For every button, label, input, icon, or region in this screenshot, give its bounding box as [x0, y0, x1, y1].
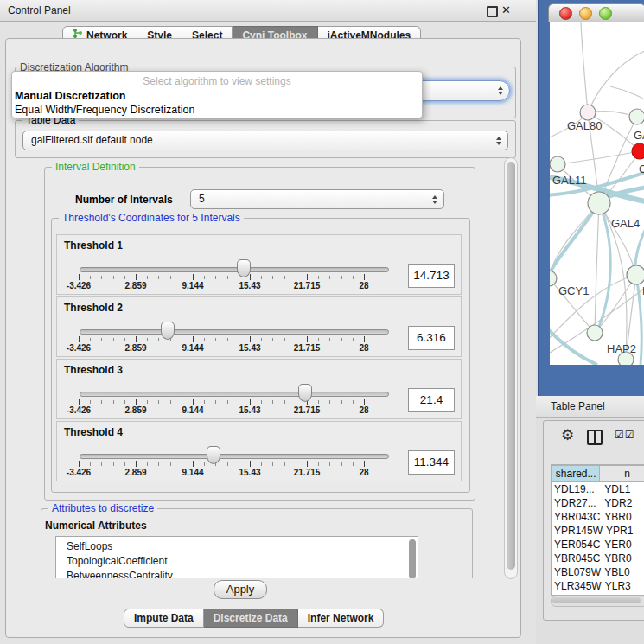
table-horizontal-scrollbar[interactable]: [551, 596, 644, 607]
slider-tick: [296, 338, 296, 341]
float-window-icon[interactable]: [487, 6, 498, 17]
slider-scale-label: 15.43: [231, 343, 269, 353]
threshold-label: Threshold 2: [64, 302, 123, 314]
tab-label: Infer Network: [308, 609, 374, 627]
bottom-tab-infer-network[interactable]: Infer Network: [298, 609, 385, 628]
gear-icon[interactable]: ⚙: [561, 426, 574, 443]
dropdown-option-equal-width[interactable]: Equal Width/Frequency Discretization: [15, 104, 194, 116]
number-of-intervals-combobox[interactable]: 5: [190, 189, 444, 209]
cell-shared-name[interactable]: YDR27...: [552, 496, 601, 510]
slider-handle[interactable]: [161, 322, 175, 340]
threshold-value-field[interactable]: 11.344: [408, 450, 455, 475]
cell-name[interactable]: YDR2: [601, 496, 644, 510]
cell-name[interactable]: YLR3: [602, 579, 644, 593]
bottom-tab-impute-data[interactable]: Impute Data: [124, 609, 204, 628]
slider-scale-label: -3.426: [60, 343, 98, 353]
settings-scrollbar-thumb[interactable]: [507, 162, 515, 570]
slider-scale-label: 9.144: [174, 343, 212, 353]
bottom-tab-discretize-data[interactable]: Discretize Data: [204, 609, 298, 628]
slider-tick: [182, 400, 182, 404]
table-row[interactable]: YDL19...YDL1: [552, 482, 644, 496]
slider-handle[interactable]: [207, 446, 220, 464]
algorithm-dropdown-popup: Select algorithm to view settings Manual…: [11, 71, 423, 118]
cell-name[interactable]: YER0: [601, 538, 644, 552]
slider-tick: [227, 400, 228, 404]
cell-name[interactable]: YPR1: [603, 524, 644, 538]
checkboxes-icon[interactable]: ☑☑: [615, 429, 635, 441]
attribute-list-item[interactable]: SelfLoops: [56, 539, 418, 554]
slider-handle[interactable]: [298, 384, 312, 402]
threshold-value-field[interactable]: 21.4: [408, 388, 455, 412]
slider-tick: [79, 274, 80, 280]
cell-name[interactable]: YDL1: [601, 482, 644, 496]
number-of-intervals-value: 5: [199, 193, 205, 205]
slider-tick: [136, 336, 137, 342]
threshold-row-4: Threshold 4 -3.4262.8599.14415.4321.7152…: [56, 421, 462, 481]
table-row[interactable]: YLR345WYLR3: [552, 579, 644, 593]
slider-track[interactable]: [80, 392, 389, 397]
table-row[interactable]: YBL079WYBL0: [552, 565, 644, 579]
slider-tick: [204, 400, 205, 404]
close-icon[interactable]: ✕: [501, 3, 511, 16]
cell-shared-name[interactable]: YLR345W: [552, 579, 602, 593]
cell-shared-name[interactable]: YER054C: [552, 538, 601, 552]
network-window-titlebar: [548, 3, 644, 22]
table-row[interactable]: YPR145WYPR1: [552, 524, 644, 538]
apply-button[interactable]: Apply: [214, 580, 267, 599]
slider-tick: [364, 399, 365, 405]
attribute-list-item[interactable]: BetweennessCentrality: [56, 569, 418, 578]
slider-tick: [193, 336, 194, 342]
node-label-hap2: HAP2: [607, 342, 636, 355]
node-attribute-table: shared...n YDL19...YDL1YDR27...YDR2YBR04…: [551, 464, 644, 596]
slider-tick: [329, 276, 330, 279]
slider-tick: [158, 462, 159, 466]
dropdown-option-manual[interactable]: Manual Discretization: [15, 90, 126, 102]
table-panel-title: Table Panel: [551, 400, 605, 412]
cell-shared-name[interactable]: YPR145W: [552, 524, 603, 538]
cell-name[interactable]: YBR0: [601, 552, 644, 565]
slider-tick: [307, 274, 308, 280]
slider-track[interactable]: [80, 267, 389, 272]
control-panel-titlebar: Control Panel ✕: [0, 0, 536, 22]
table-row[interactable]: YDR27...YDR2: [552, 496, 644, 510]
network-graph: GAL80 GA GAL11 C GAL4 GCY1 H HAP2: [550, 22, 644, 365]
cell-name[interactable]: YBR0: [601, 510, 644, 524]
list-scrollbar[interactable]: [409, 539, 416, 578]
cell-shared-name[interactable]: YBR043C: [552, 510, 601, 524]
network-canvas[interactable]: GAL80 GA GAL11 C GAL4 GCY1 H HAP2: [550, 22, 644, 365]
table-horizontal-scrollbar-thumb[interactable]: [552, 597, 641, 603]
cell-shared-name[interactable]: YDL19...: [552, 482, 601, 496]
slider-tick: [90, 276, 91, 279]
slider-tick: [250, 336, 251, 342]
column-header-0[interactable]: shared...: [552, 465, 600, 482]
slider-tick: [272, 338, 273, 341]
close-traffic-light-icon[interactable]: [559, 7, 572, 20]
settings-scrollbar[interactable]: [504, 157, 518, 579]
table-panel-titlebar: Table Panel: [536, 396, 644, 418]
slider-track[interactable]: [80, 454, 389, 459]
slider-tick: [170, 276, 171, 279]
table-data-combobox[interactable]: galFiltered.sif default node: [22, 131, 508, 150]
zoom-traffic-light-icon[interactable]: [599, 7, 612, 20]
table-row[interactable]: YBR045CYBR0: [552, 552, 644, 565]
table-header-row: shared...n: [552, 465, 644, 482]
slider-tick: [158, 400, 159, 404]
table-row[interactable]: YER054CYER0: [552, 538, 644, 552]
table-row[interactable]: YBR043CYBR0: [552, 510, 644, 524]
columns-icon[interactable]: [587, 430, 603, 445]
slider-tick: [272, 276, 273, 279]
node-red: [632, 143, 644, 159]
cell-shared-name[interactable]: YBR045C: [552, 552, 601, 565]
slider-scale-label: 9.144: [174, 468, 212, 477]
threshold-value-field[interactable]: 6.316: [408, 326, 455, 350]
cell-shared-name[interactable]: YBL079W: [552, 565, 601, 579]
column-header-1[interactable]: n: [600, 465, 644, 482]
attribute-list-item[interactable]: TopologicalCoefficient: [56, 554, 418, 569]
slider-scale-label: 9.144: [174, 405, 212, 415]
threshold-value-field[interactable]: 14.713: [408, 264, 455, 288]
network-view-window: GAL80 GA GAL11 C GAL4 GCY1 H HAP2: [538, 0, 644, 396]
cell-name[interactable]: YBL0: [601, 565, 644, 579]
minimize-traffic-light-icon[interactable]: [579, 7, 592, 20]
attributes-group-title: Attributes to discretize: [48, 502, 157, 514]
slider-track[interactable]: [80, 329, 389, 335]
